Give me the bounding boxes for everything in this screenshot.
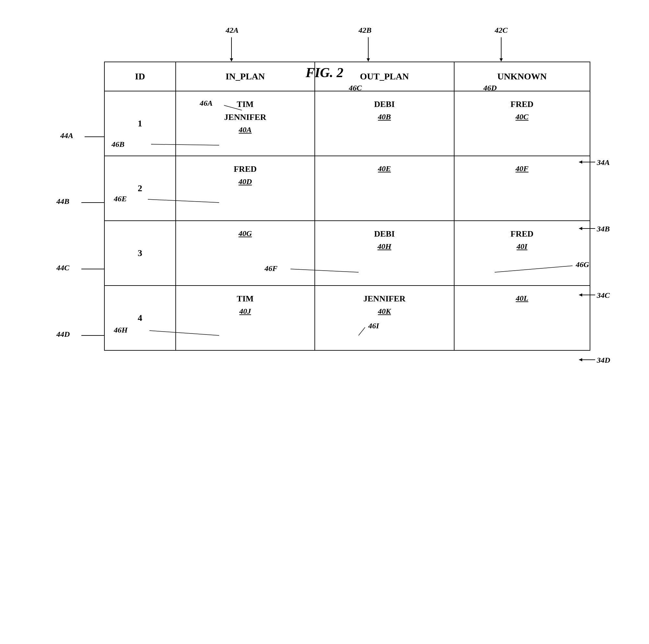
name-tim-row4: TIM [236, 294, 254, 304]
cell-row4-unknown: 40L [454, 285, 590, 350]
cell-row3-id: 3 [104, 221, 176, 285]
ref-40K: 40K [378, 307, 391, 316]
name-debi-row1: DEBI [374, 99, 395, 109]
row-ref-44B: 44B [56, 197, 70, 206]
ref-40J: 40J [239, 307, 251, 316]
svg-marker-5 [500, 58, 503, 61]
row-ref-34A: 34A [597, 158, 610, 167]
cell-row4-id: 4 [104, 285, 176, 350]
row-ref-44A: 44A [60, 131, 73, 140]
ref-40D: 40D [239, 177, 252, 186]
row-ref-34B: 34B [597, 225, 610, 233]
col-ref-42B: 42B [358, 26, 372, 35]
main-table: ID IN_PLAN OUT_PLAN UNKNOWN [104, 61, 590, 351]
name-fred-row3: FRED [511, 229, 533, 239]
col-header-out-plan: OUT_PLAN [315, 62, 454, 91]
table-row-1: 1 TIM JENNIFER 40A DEBI [104, 91, 590, 156]
name-jennifer-row1: JENNIFER [224, 112, 266, 122]
cell-row1-id: 1 [104, 91, 176, 156]
col-header-in-plan: IN_PLAN [176, 62, 315, 91]
ref-40L: 40L [516, 294, 528, 303]
cell-row4-in-plan: TIM 40J [176, 285, 315, 350]
col-ref-42C: 42C [495, 26, 508, 35]
name-debi-row3: DEBI [374, 229, 395, 239]
name-fred-row1: FRED [511, 99, 533, 109]
cell-row3-in-plan: 40G [176, 221, 315, 285]
ref-40G: 40G [239, 229, 252, 238]
col-header-id: ID [104, 62, 176, 91]
cell-row1-out-plan: DEBI 40B [315, 91, 454, 156]
cell-row1-unknown: FRED 40C [454, 91, 590, 156]
ref-40C: 40C [515, 112, 528, 121]
header-row: ID IN_PLAN OUT_PLAN UNKNOWN [104, 62, 590, 91]
cell-row4-out-plan: JENNIFER 40K [315, 285, 454, 350]
cell-row2-out-plan: 40E [315, 156, 454, 221]
cell-row2-id: 2 [104, 156, 176, 221]
svg-marker-1 [230, 58, 233, 61]
ref-40E: 40E [378, 164, 391, 173]
ref-40B: 40B [378, 112, 391, 121]
page-container: 42A 42B 42C [0, 0, 649, 644]
cell-row3-unknown: FRED 40I [454, 221, 590, 285]
svg-marker-3 [366, 58, 370, 61]
cell-row2-unknown: 40F [454, 156, 590, 221]
name-jennifer-row4: JENNIFER [363, 294, 405, 304]
col-ref-42A: 42A [226, 26, 239, 35]
col-header-unknown: UNKNOWN [454, 62, 590, 91]
row-ref-34D: 34D [597, 356, 610, 365]
main-table-wrapper: ID IN_PLAN OUT_PLAN UNKNOWN [104, 61, 590, 351]
table-row-2: 2 FRED 40D 40E [104, 156, 590, 221]
ref-40I: 40I [517, 242, 527, 251]
svg-marker-17 [579, 358, 582, 361]
table-row-3: 3 40G DEBI 40H [104, 221, 590, 285]
row-ref-44C: 44C [56, 264, 70, 272]
name-fred-row2: FRED [234, 164, 257, 174]
cell-row3-out-plan: DEBI 40H [315, 221, 454, 285]
row-ref-34C: 34C [597, 291, 610, 300]
row-ref-44D: 44D [56, 330, 70, 339]
ref-40F: 40F [515, 164, 528, 173]
name-tim-row1: TIM [236, 99, 254, 109]
ref-40A: 40A [239, 126, 252, 134]
cell-row1-in-plan: TIM JENNIFER 40A [176, 91, 315, 156]
ref-40H: 40H [377, 242, 391, 251]
table-row-4: 4 TIM 40J JENNIFER 40K [104, 285, 590, 350]
cell-row2-in-plan: FRED 40D [176, 156, 315, 221]
